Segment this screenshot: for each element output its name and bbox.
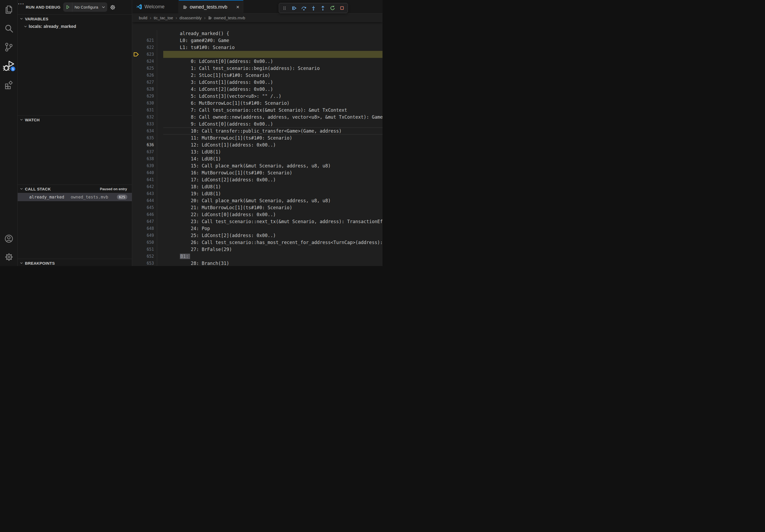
line-content[interactable]: 17: LdConst[2](address: 0x00..) bbox=[163, 169, 382, 176]
line-content[interactable]: B2: bbox=[163, 260, 382, 266]
line-content[interactable]: 11: MutBorrowLoc[1](ts#1#0: Scenario) bbox=[163, 128, 382, 134]
line-gutter[interactable]: 630 bbox=[132, 86, 163, 93]
stop-button[interactable] bbox=[338, 4, 346, 12]
line-gutter[interactable]: 621 bbox=[132, 23, 163, 30]
activity-item-run-and-debug[interactable]: 1 bbox=[0, 60, 18, 72]
line-content[interactable]: 16: MutBorrowLoc[1](ts#1#0: Scenario) bbox=[163, 162, 382, 169]
line-content[interactable]: already_marked() { bbox=[163, 23, 382, 30]
editor-tab[interactable]: Welcome bbox=[132, 0, 179, 13]
line-gutter[interactable]: 636 bbox=[132, 128, 163, 134]
code-editor[interactable]: 621 already_marked() { 622 L0: game#2#0:… bbox=[132, 22, 382, 266]
line-content[interactable]: 0: LdConst[0](address: 0x00..) bbox=[163, 51, 382, 58]
line-content[interactable]: 21: MutBorrowLoc[1](ts#1#0: Scenario) bbox=[163, 197, 382, 204]
line-gutter[interactable]: 629 bbox=[132, 79, 163, 86]
line-content[interactable]: L0: game#2#0: Game bbox=[163, 30, 382, 37]
line-gutter[interactable]: 625 bbox=[132, 51, 163, 58]
configure-gear-button[interactable] bbox=[110, 5, 116, 10]
line-gutter[interactable]: 654 bbox=[132, 253, 163, 260]
line-content[interactable]: 26: Call test_scenario::has_most_recent_… bbox=[163, 232, 382, 239]
line-content[interactable]: 3: LdConst[1](address: 0x00..) bbox=[163, 72, 382, 79]
call-stack-header[interactable]: CALL STACK Paused on entry bbox=[18, 185, 132, 193]
line-content[interactable]: 27: BrFalse(29) bbox=[163, 239, 382, 246]
tab-close-button[interactable]: × bbox=[236, 4, 240, 10]
line-gutter[interactable]: 624 bbox=[132, 44, 163, 51]
restart-button[interactable] bbox=[329, 4, 337, 12]
line-gutter[interactable]: 626 bbox=[132, 58, 163, 65]
line-content[interactable]: 4: LdConst[2](address: 0x00..) bbox=[163, 79, 382, 86]
line-gutter[interactable]: 632 bbox=[132, 100, 163, 107]
line-content[interactable]: 18: LdU8(1) bbox=[163, 176, 382, 183]
line-gutter[interactable]: 627 bbox=[132, 65, 163, 72]
line-content[interactable]: 28: Branch(31) bbox=[163, 253, 382, 260]
step-into-button[interactable] bbox=[309, 4, 318, 12]
activity-item-source-control[interactable] bbox=[0, 41, 18, 54]
line-gutter[interactable]: 643 bbox=[132, 176, 163, 183]
activity-item-explorer[interactable] bbox=[0, 3, 18, 16]
activity-item-manage[interactable] bbox=[0, 250, 18, 263]
debug-config-picker[interactable]: No Configura bbox=[63, 2, 107, 12]
breadcrumb-item[interactable]: disassembly bbox=[180, 16, 202, 20]
line-gutter[interactable]: 655 bbox=[132, 260, 163, 266]
line-gutter[interactable]: 641 bbox=[132, 162, 163, 169]
activity-item-search[interactable] bbox=[0, 22, 18, 35]
line-gutter[interactable]: 650 bbox=[132, 225, 163, 232]
line-content[interactable]: 5: LdConst[3](vector<u8>: "" /..) bbox=[163, 86, 382, 93]
variables-header[interactable]: VARIABLES bbox=[18, 15, 132, 23]
activity-item-extensions[interactable] bbox=[0, 78, 18, 91]
line-gutter[interactable]: 646 bbox=[132, 197, 163, 204]
step-out-button[interactable] bbox=[319, 4, 327, 12]
line-content[interactable]: 1: Call test_scenario::begin(address): S… bbox=[163, 58, 382, 65]
watch-header[interactable]: WATCH bbox=[18, 116, 132, 124]
line-gutter[interactable]: 628 bbox=[132, 72, 163, 79]
line-gutter[interactable]: 631 bbox=[132, 93, 163, 100]
breakpoints-header[interactable]: BREAKPOINTS bbox=[18, 259, 132, 266]
line-content[interactable]: 25: LdConst[2](address: 0x00..) bbox=[163, 225, 382, 232]
line-content[interactable]: 7: Call test_scenario::ctx(&mut Scenario… bbox=[163, 100, 382, 107]
line-content[interactable]: 24: Pop bbox=[163, 218, 382, 225]
line-content[interactable]: B1: bbox=[163, 246, 382, 253]
line-content[interactable]: 19: LdU8(1) bbox=[163, 183, 382, 190]
line-content[interactable]: 14: LdU8(1) bbox=[163, 148, 382, 155]
toolbar-drag-handle[interactable] bbox=[281, 4, 289, 12]
line-gutter[interactable]: 648 bbox=[132, 211, 163, 218]
start-debug-button[interactable] bbox=[63, 2, 72, 12]
line-content[interactable]: 20: Call place_mark(&mut Scenario, addre… bbox=[163, 190, 382, 197]
views-more-actions-button[interactable]: ⋯ bbox=[18, 0, 25, 7]
line-content[interactable]: B0: bbox=[163, 44, 382, 51]
line-gutter[interactable]: 639 bbox=[132, 148, 163, 155]
line-gutter[interactable]: 642 bbox=[132, 169, 163, 176]
editor-tab[interactable]: owned_tests.mvb × bbox=[179, 0, 243, 13]
line-gutter[interactable]: 635 bbox=[132, 121, 163, 128]
line-gutter[interactable]: 649 bbox=[132, 218, 163, 225]
line-content[interactable]: L1: ts#1#0: Scenario bbox=[163, 37, 382, 44]
call-stack-frame[interactable]: already_marked owned_tests.mvb 625 bbox=[18, 193, 132, 201]
variables-scope-locals[interactable]: locals: already_marked bbox=[18, 23, 132, 30]
line-content[interactable]: 15: Call place_mark(&mut Scenario, addre… bbox=[163, 155, 382, 162]
line-content[interactable]: 9: LdConst[0](address: 0x00..) bbox=[163, 114, 382, 121]
line-gutter[interactable]: 623 bbox=[132, 37, 163, 44]
line-gutter[interactable]: 652 bbox=[132, 239, 163, 246]
line-gutter[interactable]: 634 bbox=[132, 114, 163, 121]
line-content[interactable]: 12: LdConst[1](address: 0x00..) bbox=[163, 134, 382, 141]
line-content[interactable]: 23: Call test_scenario::next_tx(&mut Sce… bbox=[163, 211, 382, 218]
line-content[interactable]: 6: MutBorrowLoc[1](ts#1#0: Scenario) bbox=[163, 93, 382, 100]
line-content[interactable]: 2: StLoc[1](ts#1#0: Scenario) bbox=[163, 65, 382, 72]
line-gutter[interactable]: 622 bbox=[132, 30, 163, 37]
debug-config-label[interactable]: No Configura bbox=[72, 5, 101, 9]
line-content[interactable]: 13: LdU8(1) bbox=[163, 141, 382, 148]
line-gutter[interactable]: 644 bbox=[132, 183, 163, 190]
breadcrumb-item[interactable]: build bbox=[139, 16, 147, 20]
step-over-button[interactable] bbox=[300, 4, 308, 12]
line-gutter[interactable]: 651 bbox=[132, 232, 163, 239]
breadcrumb-item[interactable]: tic_tac_toe bbox=[154, 16, 173, 20]
breadcrumb-item[interactable]: owned_tests.mvb bbox=[208, 16, 245, 20]
line-gutter[interactable]: 647 bbox=[132, 204, 163, 211]
line-gutter[interactable]: 638 bbox=[132, 141, 163, 148]
line-gutter[interactable]: 640 bbox=[132, 155, 163, 162]
activity-item-accounts[interactable] bbox=[0, 232, 18, 245]
line-content[interactable]: 8: Call owned::new(address, address, vec… bbox=[163, 107, 382, 114]
line-gutter[interactable]: 633 bbox=[132, 107, 163, 114]
line-gutter[interactable]: 653 bbox=[132, 246, 163, 253]
line-gutter[interactable]: 637 bbox=[132, 134, 163, 141]
line-content[interactable]: 10: Call transfer::public_transfer<Game>… bbox=[163, 121, 382, 128]
